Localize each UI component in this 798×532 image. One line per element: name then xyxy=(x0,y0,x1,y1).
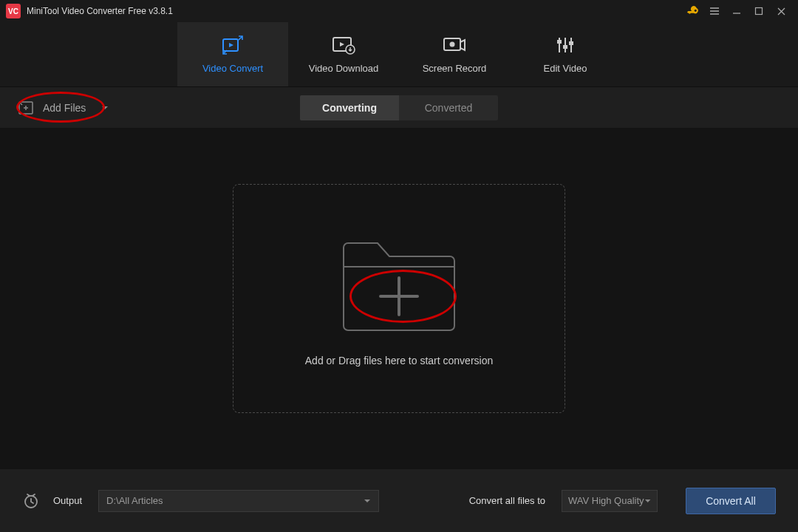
svg-rect-6 xyxy=(557,40,562,44)
download-icon xyxy=(331,35,356,55)
seg-converting[interactable]: Converting xyxy=(300,95,399,120)
menu-icon[interactable] xyxy=(703,0,726,22)
tab-label: Video Convert xyxy=(202,63,263,74)
footer: Output D:\All Articles Convert all files… xyxy=(0,469,798,532)
titlebar: VC MiniTool Video Converter Free v3.8.1 xyxy=(0,0,798,22)
convert-all-button[interactable]: Convert All xyxy=(686,488,776,514)
tab-screen-record[interactable]: Screen Record xyxy=(399,22,510,86)
format-select[interactable]: WAV High Quality xyxy=(562,490,658,512)
svg-point-5 xyxy=(450,42,455,47)
maximize-button[interactable] xyxy=(748,0,770,22)
output-label: Output xyxy=(53,495,82,506)
output-path-value: D:\All Articles xyxy=(106,495,163,506)
close-button[interactable] xyxy=(770,0,792,22)
tab-label: Video Download xyxy=(309,63,378,74)
key-icon[interactable] xyxy=(681,0,703,22)
add-files-label: Add Files xyxy=(43,102,86,114)
tab-label: Screen Record xyxy=(423,63,487,74)
folder-plus-icon xyxy=(336,231,462,338)
convert-icon xyxy=(220,35,245,55)
tab-video-convert[interactable]: Video Convert xyxy=(177,22,288,86)
tab-video-download[interactable]: Video Download xyxy=(288,22,399,86)
svg-rect-0 xyxy=(756,8,763,15)
tab-label: Edit Video xyxy=(543,63,587,74)
add-file-icon xyxy=(18,100,34,115)
minimize-button[interactable] xyxy=(726,0,748,22)
add-files-dropdown[interactable] xyxy=(100,103,109,112)
tab-edit-video[interactable]: Edit Video xyxy=(510,22,621,86)
app-logo: VC xyxy=(6,4,21,18)
chevron-down-icon xyxy=(644,497,651,505)
seg-converted[interactable]: Converted xyxy=(399,95,498,120)
add-files-button[interactable]: Add Files xyxy=(10,96,93,120)
dropzone[interactable]: Add or Drag files here to start conversi… xyxy=(233,184,565,413)
svg-rect-8 xyxy=(569,41,573,45)
chevron-down-icon xyxy=(364,497,371,505)
toolbar: Add Files Converting Converted xyxy=(0,87,798,128)
main-tabs: Video Convert Video Download Screen Reco… xyxy=(0,22,798,87)
app-title: MiniTool Video Converter Free v3.8.1 xyxy=(27,6,173,16)
record-icon xyxy=(442,35,467,55)
edit-icon xyxy=(555,35,576,55)
format-value: WAV High Quality xyxy=(568,495,644,506)
content-area: Add or Drag files here to start conversi… xyxy=(0,128,798,469)
output-path-select[interactable]: D:\All Articles xyxy=(98,490,379,512)
status-segmented: Converting Converted xyxy=(300,95,498,120)
svg-rect-7 xyxy=(563,45,567,49)
clock-icon[interactable] xyxy=(22,492,40,510)
dropzone-hint: Add or Drag files here to start conversi… xyxy=(305,355,493,366)
convert-all-files-to-label: Convert all files to xyxy=(469,495,545,506)
